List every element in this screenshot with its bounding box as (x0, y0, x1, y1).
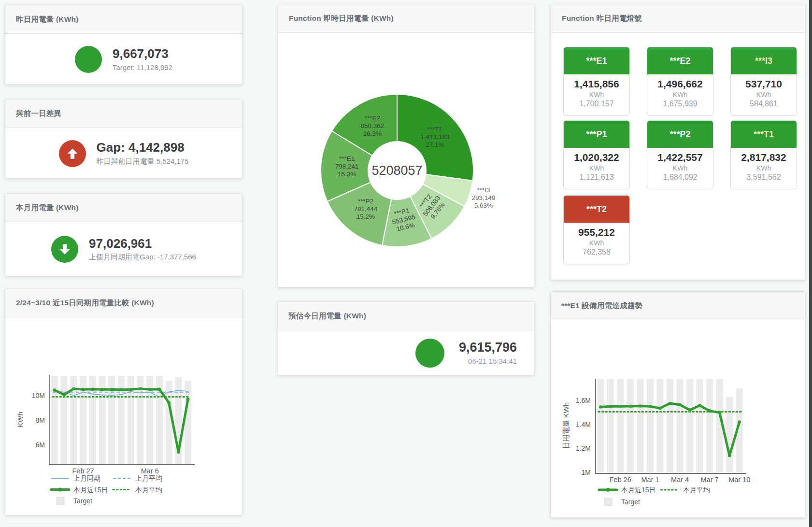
e1-trend-chart-card: ***E1 設備用電達成趨勢 1M1.2M1.4M1.6M日用電量 KWhFeb… (550, 291, 806, 518)
series-point (91, 387, 95, 391)
series-point (82, 388, 85, 391)
tile-value: 1,496,662 (647, 78, 713, 90)
target-bar (686, 379, 693, 472)
tile-previous-value: 1,675,939 (647, 100, 713, 108)
legend-item-本月平均[interactable]: 本月平均 (661, 486, 710, 494)
day-gap-value: Gap: 4,142,898 (97, 141, 189, 155)
svg-text:1,413,183: 1,413,183 (420, 133, 449, 141)
x-tick-label: Mar 10 (728, 476, 750, 484)
svg-text:Target: Target (621, 498, 640, 506)
status-tile-P1[interactable]: ***P11,020,322KWh1,121,613 (563, 120, 630, 189)
svg-text:本月平均: 本月平均 (135, 486, 162, 494)
svg-text:***E1: ***E1 (339, 155, 355, 162)
svg-text:16.3%: 16.3% (363, 130, 382, 137)
y-axis-title: KWh (16, 412, 24, 427)
svg-text:15.2%: 15.2% (356, 213, 375, 220)
status-tile-T2[interactable]: ***T2955,212KWh762,358 (563, 195, 630, 264)
vertical-scrollbar[interactable] (809, 0, 812, 527)
y-tick-label: 1.4M (576, 421, 591, 428)
svg-text:791,444: 791,444 (354, 205, 378, 213)
series-point (100, 388, 104, 391)
legend-item-本月平均[interactable]: 本月平均 (113, 486, 162, 494)
target-bar (706, 379, 713, 472)
series-point (698, 404, 701, 407)
svg-text:***E2: ***E2 (365, 114, 380, 122)
legend-item-上月平均[interactable]: 上月平均 (113, 474, 162, 482)
series-point (62, 393, 66, 397)
month-usage-card: 本月用電量 (KWh) 97,026,961 上個月同期用電Gap: -17,3… (5, 193, 242, 276)
card-title: 預估今日用電量 (KWh) (278, 302, 534, 330)
series-point (120, 388, 123, 391)
svg-text:Target: Target (73, 497, 92, 505)
month-usage-gap: 上個月同期用電Gap: -17,377,566 (89, 253, 196, 262)
legend-item-本月近15日[interactable]: 本月近15日 (599, 486, 656, 494)
target-bar (667, 379, 673, 472)
day-gap-subtext: 昨日與前日用電量 5,524,175 (97, 157, 189, 166)
legend-item-Target[interactable]: Target (57, 497, 92, 505)
svg-text:27.1%: 27.1% (426, 141, 444, 148)
series-point (619, 405, 622, 408)
legend-item-Target[interactable]: Target (604, 498, 640, 506)
compare-15day-chart-card: 2/24~3/10 近15日同期用電量比較 (KWh) 6M8M10MKWhFe… (5, 288, 242, 515)
e1-trend-chart[interactable]: 1M1.2M1.4M1.6M日用電量 KWhFeb 26Mar 1Mar 4Ma… (551, 292, 805, 517)
series-point (629, 405, 632, 408)
day-gap-card: 與前一日差異 Gap: 4,142,898 昨日與前日用電量 5,524,175 (5, 99, 242, 179)
legend-item-上月同期[interactable]: 上月同期 (51, 474, 100, 482)
status-tile-T1[interactable]: ***T12,817,832KWh3,591,562 (730, 120, 797, 189)
arrow-up-icon (59, 140, 86, 167)
today-estimate-value: 9,615,796 (459, 341, 517, 355)
tile-unit: KWh (564, 239, 629, 247)
month-usage-value: 97,026,961 (89, 237, 196, 251)
series-point (599, 405, 602, 409)
status-tile-P2[interactable]: ***P21,422,557KWh1,684,092 (647, 120, 713, 189)
target-bar (637, 379, 643, 472)
arrow-down-icon (51, 236, 78, 263)
status-tile-E1[interactable]: ***E11,415,856KWh1,700,157 (563, 47, 630, 116)
target-bar (617, 379, 624, 472)
tile-unit: KWh (647, 164, 713, 172)
y-tick-label: 8M (36, 416, 45, 424)
compare-15day-chart[interactable]: 6M8M10MKWhFeb 27Mar 6上月同期上月平均本月近15日本月平均T… (5, 289, 242, 515)
tile-unit: KWh (564, 164, 629, 172)
svg-text:15.3%: 15.3% (338, 171, 356, 178)
realtime-usage-donut-chart[interactable]: ***T11,413,18327.1%***I3293,1495.63%***T… (278, 4, 534, 287)
donut-slice-label: ***I3293,1495.63% (472, 186, 496, 209)
y-tick-label: 10M (32, 392, 45, 399)
series-point (110, 388, 114, 391)
y-tick-label: 6M (36, 441, 45, 449)
tile-value: 537,710 (731, 78, 797, 90)
target-bar (677, 379, 684, 472)
svg-text:本月近15日: 本月近15日 (621, 486, 656, 494)
tile-unit: KWh (731, 91, 797, 99)
series-point (738, 420, 741, 424)
y-tick-label: 1.6M (576, 397, 591, 404)
x-tick-label: Mar 1 (641, 476, 659, 484)
x-tick-label: Mar 7 (701, 476, 719, 484)
series-point (53, 388, 57, 392)
series-point (669, 402, 672, 405)
svg-text:5.63%: 5.63% (474, 202, 493, 209)
tile-value: 1,422,557 (647, 152, 713, 163)
today-estimate-timestamp: 06-21 15:34:41 (459, 357, 517, 365)
svg-text:上月同期: 上月同期 (73, 474, 100, 482)
tile-name: ***I3 (731, 47, 797, 74)
svg-text:***P2: ***P2 (358, 198, 373, 205)
svg-text:798,241: 798,241 (335, 163, 359, 170)
y-tick-label: 1.2M (576, 444, 591, 452)
target-bar (697, 379, 703, 472)
tile-name: ***E1 (564, 47, 629, 74)
tile-value: 2,817,832 (731, 152, 797, 163)
yesterday-usage-target: Target: 11,128,992 (113, 63, 172, 71)
today-estimate-card: 預估今日用電量 (KWh) 9,615,796 06-21 15:34:41 (277, 301, 535, 375)
series-point (72, 387, 75, 391)
legend-item-本月近15日[interactable]: 本月近15日 (51, 486, 108, 494)
x-tick-label: Mar 6 (141, 467, 159, 475)
x-tick-label: Feb 26 (610, 476, 631, 484)
series-point (167, 401, 171, 404)
status-tile-E2[interactable]: ***E21,496,662KWh1,675,939 (647, 47, 713, 116)
status-tile-I3[interactable]: ***I3537,710KWh584,861 (730, 47, 797, 116)
svg-text:***I3: ***I3 (477, 186, 490, 194)
tile-previous-value: 584,861 (731, 100, 797, 108)
status-ok-icon (75, 46, 102, 73)
svg-text:上月平均: 上月平均 (135, 474, 162, 482)
